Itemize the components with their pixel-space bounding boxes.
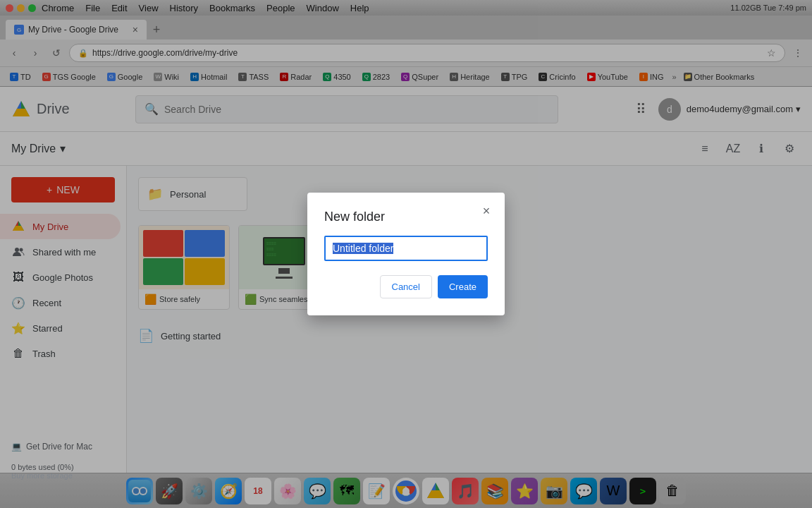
dialog-buttons: Cancel Create bbox=[324, 275, 488, 298]
cancel-button[interactable]: Cancel bbox=[380, 275, 432, 298]
folder-name-input[interactable] bbox=[324, 236, 488, 261]
create-button[interactable]: Create bbox=[438, 275, 488, 298]
dialog-title: New folder bbox=[324, 210, 488, 224]
dialog-close-button[interactable]: × bbox=[476, 201, 496, 221]
close-icon: × bbox=[483, 204, 491, 219]
new-folder-dialog: New folder × Cancel Create bbox=[307, 193, 505, 315]
modal-overlay[interactable]: New folder × Cancel Create bbox=[0, 0, 812, 508]
